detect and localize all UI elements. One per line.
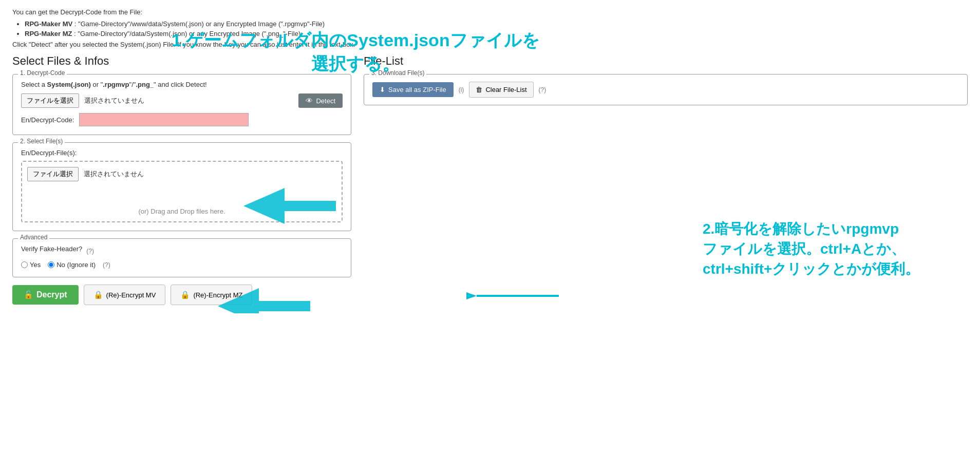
radio-yes[interactable] bbox=[21, 261, 28, 268]
intro-list: RPG-Maker MV : "Game-Directory"/www/data… bbox=[25, 20, 968, 37]
encrypt-mz-btn-label: (Re)-Encrypt MZ bbox=[193, 291, 242, 299]
code-row: En/Decrypt-Code: bbox=[21, 113, 343, 126]
decrypt-code-box: 1. Decrypt-Code Select a System(.json) o… bbox=[12, 74, 351, 135]
annotation-2-line3: ctrl+shift+クリックとかが便利。 bbox=[703, 259, 919, 279]
code-label: En/Decrypt-Code: bbox=[21, 116, 74, 124]
decrypt-code-desc: Select a System(.json) or ".rpgmvp"/".pn… bbox=[21, 81, 343, 88]
drop-zone[interactable]: ファイル選択 選択されていません (or) Drag and Drop file… bbox=[21, 161, 343, 222]
encrypt-mv-btn-label: (Re)-Encrypt MV bbox=[106, 291, 156, 299]
select-files-legend: 2. Select File(s) bbox=[18, 138, 65, 145]
decrypt-code-legend: 1. Decrypt-Code bbox=[18, 69, 67, 77]
file-list-title: File-List bbox=[364, 54, 968, 68]
encrypt-mz-lock-icon: 🔒 bbox=[180, 290, 190, 299]
clear-label: Clear File-List bbox=[485, 86, 526, 93]
drag-drop-hint: (or) Drag and Drop files here. bbox=[138, 208, 225, 215]
radio-row: Yes No (Ignore it) (?) bbox=[21, 261, 343, 269]
intro-item-mz: RPG-Maker MZ : "Game-Directory"/data/Sys… bbox=[25, 30, 968, 37]
radio-no-label[interactable]: No (Ignore it) bbox=[48, 261, 96, 269]
encrypt-mv-button[interactable]: 🔒 (Re)-Encrypt MV bbox=[84, 285, 166, 305]
select-files-box: 2. Select File(s) En/Decrypt-File(s): ファ… bbox=[12, 142, 351, 231]
mv-label: RPG-Maker MV bbox=[25, 20, 72, 28]
mv-text: : "Game-Directory"/www/data/System(.json… bbox=[74, 20, 325, 28]
files-label: En/Decrypt-File(s): bbox=[21, 149, 343, 157]
intro-line1: You can get the Decrypt-Code from the Fi… bbox=[12, 8, 968, 16]
eye-icon: 👁 bbox=[306, 97, 313, 105]
detect-btn-label: Detect bbox=[316, 97, 335, 105]
no-help-link[interactable]: (?) bbox=[103, 261, 110, 269]
clear-file-list-button[interactable]: 🗑 Clear File-List bbox=[469, 82, 533, 98]
verify-label: Verify Fake-Header? bbox=[21, 245, 82, 253]
mz-label: RPG-Maker MZ bbox=[25, 30, 72, 37]
annotation-2: 2.暗号化を解除したいrpgmvp ファイルを選択。ctrl+Aとか、 ctrl… bbox=[703, 219, 919, 279]
files-file-button[interactable]: ファイル選択 bbox=[27, 167, 79, 181]
files-file-label: 選択されていません bbox=[84, 169, 144, 179]
left-panel-title: Select Files & Infos bbox=[12, 54, 351, 68]
system-file-label: 選択されていません bbox=[84, 96, 144, 105]
radio-no[interactable] bbox=[48, 261, 54, 268]
download-box: 3. Download File(s) ⬇ Save all as ZIP-Fi… bbox=[364, 74, 968, 105]
desc-bold3: .png_ bbox=[136, 81, 154, 88]
encrypt-mz-button[interactable]: 🔒 (Re)-Encrypt MZ bbox=[171, 285, 252, 305]
radio-yes-text: Yes bbox=[30, 261, 41, 269]
desc-bold2: .rpgmvp bbox=[103, 81, 129, 88]
radio-no-text: No (Ignore it) bbox=[56, 261, 96, 269]
arrow-2-svg bbox=[466, 275, 569, 313]
decrypt-lock-icon: 🔓 bbox=[24, 290, 33, 299]
decrypt-btn-label: Decrypt bbox=[36, 290, 67, 299]
click-note: Click "Detect" after you selected the Sy… bbox=[12, 41, 968, 48]
save-zip-info-link[interactable]: (i) bbox=[459, 86, 464, 93]
save-zip-button[interactable]: ⬇ Save all as ZIP-File bbox=[372, 82, 454, 97]
save-zip-icon: ⬇ bbox=[380, 86, 385, 93]
file-select-row: ファイルを選択 選択されていません 👁 Detect bbox=[21, 93, 343, 108]
detect-button[interactable]: 👁 Detect bbox=[298, 93, 343, 108]
intro-item-mv: RPG-Maker MV : "Game-Directory"/www/data… bbox=[25, 20, 968, 28]
desc-bold1: System(.json) bbox=[47, 81, 91, 88]
save-zip-label: Save all as ZIP-File bbox=[388, 86, 446, 93]
action-bar: 🔓 Decrypt 🔒 (Re)-Encrypt MV 🔒 (Re)-Encry… bbox=[12, 285, 351, 305]
decrypt-button[interactable]: 🔓 Decrypt bbox=[12, 285, 79, 305]
system-file-button[interactable]: ファイルを選択 bbox=[21, 93, 79, 108]
right-panel: File-List 3. Download File(s) ⬇ Save all… bbox=[364, 54, 968, 305]
mz-text: : "Game-Directory"/data/System(.json) or… bbox=[74, 30, 300, 37]
left-panel: Select Files & Infos 1. Decrypt-Code Sel… bbox=[12, 54, 351, 305]
clear-icon: 🗑 bbox=[476, 86, 482, 93]
advanced-legend: Advanced bbox=[18, 234, 49, 241]
advanced-box: Advanced Verify Fake-Header? (?) Yes No … bbox=[12, 238, 351, 277]
verify-row: Verify Fake-Header? (?) bbox=[21, 245, 343, 257]
annotation-2-line1: 2.暗号化を解除したいrpgmvp bbox=[703, 219, 919, 239]
verify-help-link[interactable]: (?) bbox=[86, 248, 94, 255]
radio-yes-label[interactable]: Yes bbox=[21, 261, 41, 269]
download-btn-row: ⬇ Save all as ZIP-File (i) 🗑 Clear File-… bbox=[372, 82, 959, 98]
annotation-2-line2: ファイルを選択。ctrl+Aとか、 bbox=[703, 239, 919, 259]
download-legend: 3. Download File(s) bbox=[369, 69, 426, 77]
files-select-row: ファイル選択 選択されていません bbox=[27, 167, 144, 181]
clear-help-link[interactable]: (?) bbox=[539, 86, 546, 93]
decrypt-code-input[interactable] bbox=[79, 113, 249, 126]
encrypt-mv-lock-icon: 🔒 bbox=[93, 290, 103, 299]
